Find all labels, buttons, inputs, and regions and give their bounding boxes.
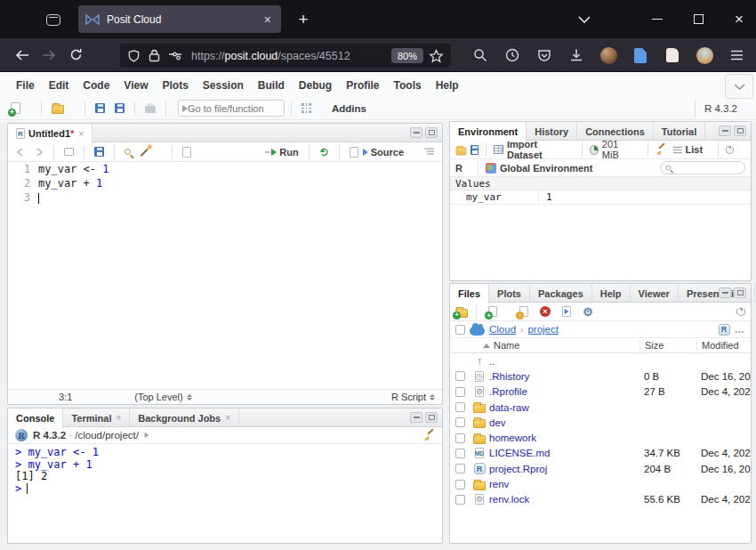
clear-environment-icon[interactable] <box>655 144 665 156</box>
window-minimize-button[interactable] <box>639 0 676 38</box>
save-button[interactable] <box>92 102 109 114</box>
environment-search-input[interactable] <box>674 163 736 173</box>
account-avatar[interactable] <box>596 43 621 68</box>
document-outline-icon[interactable] <box>421 147 438 157</box>
file-link[interactable]: project.Rproj <box>489 464 547 474</box>
files-tab-help[interactable]: Help <box>592 284 631 303</box>
r-version-selector[interactable]: R 4.3.2 <box>695 100 745 117</box>
menu-help[interactable]: Help <box>429 77 466 94</box>
source-maximize-button[interactable] <box>425 127 438 138</box>
url-bar[interactable]: https://posit.cloud/spaces/45512 80% <box>120 44 451 68</box>
permissions-icon[interactable] <box>168 52 182 61</box>
browser-tab-posit-cloud[interactable]: Posit Cloud × <box>78 5 281 33</box>
file-link[interactable]: .. <box>489 356 495 367</box>
file-checkbox[interactable] <box>455 371 465 381</box>
forward-button[interactable] <box>36 43 62 68</box>
firefox-view-icon[interactable] <box>41 7 66 32</box>
clear-console-icon[interactable] <box>423 430 435 441</box>
menu-build[interactable]: Build <box>251 77 292 94</box>
find-replace-icon[interactable] <box>121 148 134 156</box>
extension-icon[interactable] <box>660 43 685 68</box>
console-tab-console[interactable]: Console <box>8 408 63 428</box>
file-checkbox[interactable] <box>455 433 465 443</box>
search-icon[interactable] <box>468 43 493 68</box>
new-tab-button[interactable]: + <box>292 8 315 31</box>
open-directory-icon[interactable] <box>145 433 149 438</box>
menu-hamburger-icon[interactable] <box>724 43 749 68</box>
file-link[interactable]: dev <box>489 417 506 428</box>
editor-line[interactable]: 2my_var + 1 <box>8 176 442 190</box>
console-tab-background-jobs[interactable]: Background Jobs× <box>130 408 239 427</box>
popout-window-icon[interactable] <box>60 147 77 157</box>
tracking-shield-icon[interactable] <box>127 49 141 63</box>
run-button[interactable]: Run <box>261 146 302 158</box>
column-header-size[interactable]: Size <box>639 340 696 351</box>
select-all-checkbox[interactable] <box>455 325 465 335</box>
panel-collapse-chevron-button[interactable] <box>725 74 753 99</box>
environment-maximize-button[interactable] <box>734 125 746 136</box>
environment-tab-tutorial[interactable]: Tutorial <box>654 122 706 141</box>
file-link[interactable]: data-raw <box>489 402 529 413</box>
file-link[interactable]: homework <box>489 433 536 443</box>
scope-selector[interactable]: (Top Level) <box>134 392 191 402</box>
goto-file-input[interactable] <box>188 103 280 114</box>
addins-menu[interactable]: Addins <box>332 103 374 114</box>
environment-tab-history[interactable]: History <box>527 122 577 141</box>
file-type-selector[interactable]: R Script <box>391 392 435 402</box>
file-checkbox[interactable] <box>455 417 465 427</box>
compile-report-icon[interactable] <box>179 146 195 158</box>
environment-search-box[interactable] <box>660 161 745 174</box>
bookmark-star-icon[interactable] <box>429 49 444 63</box>
code-tools-wand-icon[interactable] <box>137 146 165 158</box>
reload-button[interactable] <box>62 43 89 68</box>
files-tab-packages[interactable]: Packages <box>530 284 592 303</box>
window-close-button[interactable]: × <box>720 0 756 38</box>
open-file-button[interactable] <box>48 101 78 115</box>
list-view-button[interactable]: List <box>686 144 712 155</box>
tab-close-icon[interactable]: × <box>261 12 274 27</box>
environment-value-row[interactable]: my_var1 <box>450 190 751 205</box>
menu-file[interactable]: File <box>9 77 42 94</box>
environment-scope-selector[interactable]: Global Environment <box>500 163 601 174</box>
breadcrumb-project-link[interactable]: project <box>527 324 559 335</box>
downloads-icon[interactable] <box>564 43 589 68</box>
save-workspace-icon[interactable] <box>470 145 479 155</box>
menu-session[interactable]: Session <box>196 77 251 94</box>
goto-file-box[interactable] <box>178 100 285 117</box>
menu-tools[interactable]: Tools <box>387 77 429 94</box>
new-folder-icon[interactable]: + <box>455 309 468 318</box>
language-selector[interactable]: R <box>455 163 470 174</box>
profile-extension-icon[interactable] <box>692 43 717 68</box>
print-button[interactable] <box>141 103 159 114</box>
list-all-tabs-icon[interactable] <box>566 0 603 38</box>
file-link[interactable]: LICENSE.md <box>489 448 550 458</box>
source-save-button[interactable] <box>91 146 108 158</box>
save-all-button[interactable] <box>111 102 128 114</box>
menu-debug[interactable]: Debug <box>292 77 339 94</box>
console-tab-close-icon[interactable]: × <box>225 413 230 423</box>
load-workspace-icon[interactable] <box>456 147 466 155</box>
file-checkbox[interactable] <box>455 495 465 505</box>
new-blank-file-button[interactable]: + <box>485 305 511 318</box>
source-minimize-button[interactable] <box>410 127 422 138</box>
pocket-icon[interactable] <box>532 43 557 68</box>
file-link[interactable]: renv <box>489 479 509 489</box>
url-text[interactable]: https://posit.cloud/spaces/45512 <box>191 50 386 62</box>
console-tab-terminal[interactable]: Terminal× <box>63 408 130 427</box>
environment-tab-environment[interactable]: Environment <box>450 122 527 142</box>
code-editor[interactable]: 1my_var <- 12my_var + 13 <box>8 162 442 389</box>
menu-plots[interactable]: Plots <box>155 77 195 94</box>
breadcrumb-cloud-link[interactable]: Cloud <box>489 324 516 335</box>
history-clock-icon[interactable] <box>500 43 525 68</box>
notes-extension-icon[interactable] <box>628 43 653 68</box>
source-back-button[interactable] <box>12 147 28 158</box>
console-tab-close-icon[interactable]: × <box>116 413 121 423</box>
editor-line[interactable]: 3 <box>8 190 442 205</box>
console-maximize-button[interactable] <box>425 412 438 423</box>
column-header-modified[interactable]: Modified <box>696 340 751 351</box>
console-minimize-button[interactable] <box>410 412 422 423</box>
file-checkbox[interactable] <box>455 387 465 397</box>
refresh-files-icon[interactable] <box>736 307 745 316</box>
file-link[interactable]: renv.lock <box>489 494 529 505</box>
back-button[interactable] <box>9 43 36 68</box>
